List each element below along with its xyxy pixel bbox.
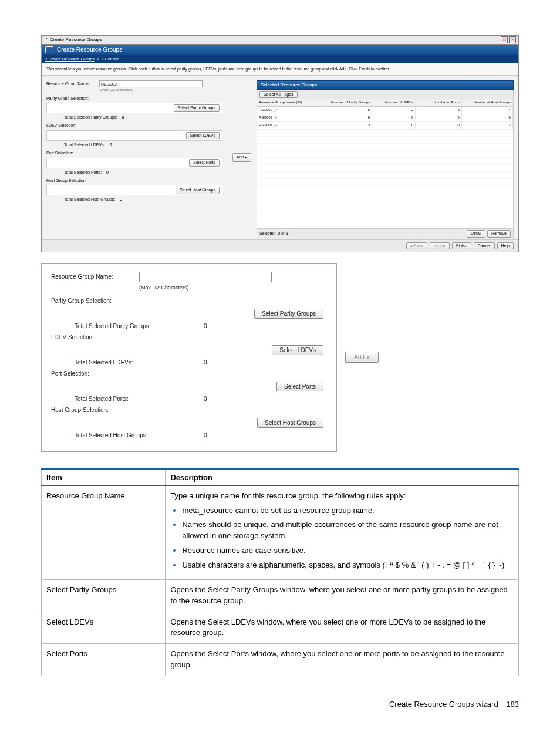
window-titlebar: ⌃ Create Resource Groups □ ✕: [42, 36, 518, 45]
ldev-total-label: Total Selected LDEVs:: [64, 143, 105, 147]
table-empty-area: [257, 130, 513, 229]
remove-button[interactable]: Remove: [487, 230, 511, 237]
col-ports[interactable]: Number of Ports: [416, 99, 461, 106]
middle-panel: Add ▸: [227, 76, 257, 239]
description-table: Item Description Resource Group Name Typ…: [41, 468, 519, 676]
th-desc: Description: [166, 469, 519, 486]
col-parity[interactable]: Number of Parity Groups: [323, 99, 372, 106]
zoom-select-parity-groups-button[interactable]: Select Parity Groups: [254, 309, 323, 319]
back-button[interactable]: ◂ Back: [406, 242, 427, 249]
parity-section-header: Parity Group Selection:: [46, 96, 222, 101]
add-button[interactable]: Add ▸: [232, 153, 251, 161]
right-panel: Selected Resource Groups Select All Page…: [257, 76, 518, 239]
table-row[interactable]: RSG001 (-) 3 0 0 2: [257, 122, 513, 130]
page-footer: Create Resource Groups wizard 183: [41, 700, 519, 708]
row-desc: Opens the Select LDEVs window, where you…: [166, 612, 519, 644]
table-row[interactable]: RSG002 (-) 0 0 0 0: [257, 114, 513, 122]
wizard-footer: ◂ Back Next ▸ Finish Cancel Help: [42, 239, 518, 252]
next-button[interactable]: Next ▸: [430, 242, 450, 249]
wizard-window: ⌃ Create Resource Groups □ ✕ Create Reso…: [41, 35, 519, 252]
select-ldevs-button[interactable]: Select LDEVs: [186, 132, 220, 139]
port-section-header: Port Selection:: [46, 151, 222, 156]
collapse-icon[interactable]: ⌃: [44, 37, 50, 43]
row-item: Select Parity Groups: [42, 579, 166, 612]
zoom-add-button[interactable]: Add: [345, 352, 379, 363]
crumb-sep: >: [97, 57, 99, 62]
col-ldevs[interactable]: Number of LDEVs: [372, 99, 416, 106]
breadcrumb: 1.Create Resource Groups > 2.Confirm: [42, 55, 518, 63]
ldev-section-header: LDEV Selection:: [46, 123, 222, 128]
select-parity-groups-button[interactable]: Select Parity Groups: [174, 104, 220, 112]
select-all-pages-button[interactable]: Select All Pages: [259, 91, 298, 98]
crumb-step2: 2.Confirm: [102, 57, 119, 62]
selection-status-bar: Selected: 0 of 3 Detail Remove: [257, 229, 514, 239]
zoom-select-ldevs-button[interactable]: Select LDEVs: [272, 345, 323, 355]
th-item: Item: [42, 469, 166, 486]
cancel-button[interactable]: Cancel: [474, 242, 495, 249]
left-panel: Resource Group Name: (Max. 32 Characters…: [42, 76, 227, 239]
zoom-hostgroup-total-value: 0: [204, 432, 207, 438]
selected-count-label: Selected: 0 of 3: [259, 231, 288, 236]
zoom-ldev-header: LDEV Selection:: [51, 334, 327, 340]
maximize-icon[interactable]: □: [501, 36, 508, 43]
hp-logo-icon: [45, 46, 53, 53]
port-total-label: Total Selected Ports:: [64, 170, 102, 174]
zoom-select-ports-button[interactable]: Select Ports: [276, 382, 323, 391]
help-button[interactable]: Help: [497, 242, 514, 249]
zoom-ldev-total-value: 0: [204, 359, 207, 366]
zoom-name-input[interactable]: [139, 272, 272, 282]
crumb-step1[interactable]: 1.Create Resource Groups: [45, 57, 95, 62]
row-desc: Opens the Select Ports window, where you…: [166, 644, 519, 676]
zoom-parity-header: Parity Group Selection:: [51, 298, 327, 304]
zoom-hostgroup-header: Host Group Selection:: [51, 407, 327, 413]
wizard-band: Create Resource Groups: [42, 45, 518, 55]
zoom-ldev-total-label: Total Selected LDEVs:: [75, 359, 204, 366]
select-ports-button[interactable]: Select Ports: [189, 159, 220, 166]
zoom-select-host-groups-button[interactable]: Select Host Groups: [257, 418, 323, 428]
row-item: Resource Group Name: [42, 485, 166, 579]
chevron-right-icon: [367, 355, 370, 360]
name-hint: (Max. 32 Characters): [46, 88, 222, 92]
port-total-value: 0: [106, 170, 109, 174]
row-item: Select Ports: [42, 644, 166, 676]
window-title: Create Resource Groups: [50, 37, 500, 43]
detail-button[interactable]: Detail: [467, 230, 485, 237]
footer-text: Create Resource Groups wizard: [389, 700, 498, 708]
row-desc: Opens the Select Parity Groups window, w…: [166, 579, 519, 612]
zoom-add-label: Add: [354, 354, 365, 360]
close-icon[interactable]: ✕: [509, 36, 516, 43]
row-item: Select LDEVs: [42, 612, 166, 644]
wizard-band-title: Create Resource Groups: [57, 46, 122, 53]
selected-groups-title: Selected Resource Groups: [257, 80, 514, 90]
parity-total-label: Total Selected Parity Groups:: [64, 115, 117, 119]
zoom-port-total-label: Total Selected Ports:: [75, 396, 204, 402]
name-label: Resource Group Name:: [46, 82, 99, 86]
zoom-hostgroup-total-label: Total Selected Host Groups:: [75, 432, 204, 438]
finish-button[interactable]: Finish: [452, 242, 471, 249]
hostgroup-section-header: Host Group Selection:: [46, 178, 222, 183]
wizard-description: This wizard lets you create resource gro…: [42, 63, 518, 76]
selected-groups-table: Resource Group Name (ID) Number of Parit…: [257, 99, 514, 229]
zoom-name-label: Resource Group Name:: [51, 274, 139, 280]
hostgroup-total-value: 0: [120, 197, 122, 201]
parity-total-value: 0: [122, 115, 124, 119]
zoom-panel: Resource Group Name: (Max. 32 Characters…: [41, 263, 337, 452]
resource-group-name-input[interactable]: [99, 80, 203, 87]
zoom-name-hint: (Max. 32 Characters): [51, 285, 327, 291]
page-number: 183: [506, 700, 519, 708]
ldev-total-value: 0: [109, 143, 112, 147]
col-name[interactable]: Resource Group Name (ID): [257, 99, 323, 106]
zoom-port-header: Port Selection:: [51, 370, 327, 377]
zoom-port-total-value: 0: [204, 396, 207, 402]
col-hostgroups[interactable]: Number of Host Groups: [462, 99, 513, 106]
zoom-parity-total-label: Total Selected Parity Groups:: [75, 323, 204, 329]
select-host-groups-button[interactable]: Select Host Groups: [176, 187, 220, 194]
hostgroup-total-label: Total Selected Host Groups:: [64, 197, 115, 201]
zoom-parity-total-value: 0: [204, 323, 207, 329]
row-desc: Type a unique name for this resource gro…: [166, 485, 519, 579]
table-row[interactable]: RSG003 (-) 5 2 3 4: [257, 107, 513, 114]
